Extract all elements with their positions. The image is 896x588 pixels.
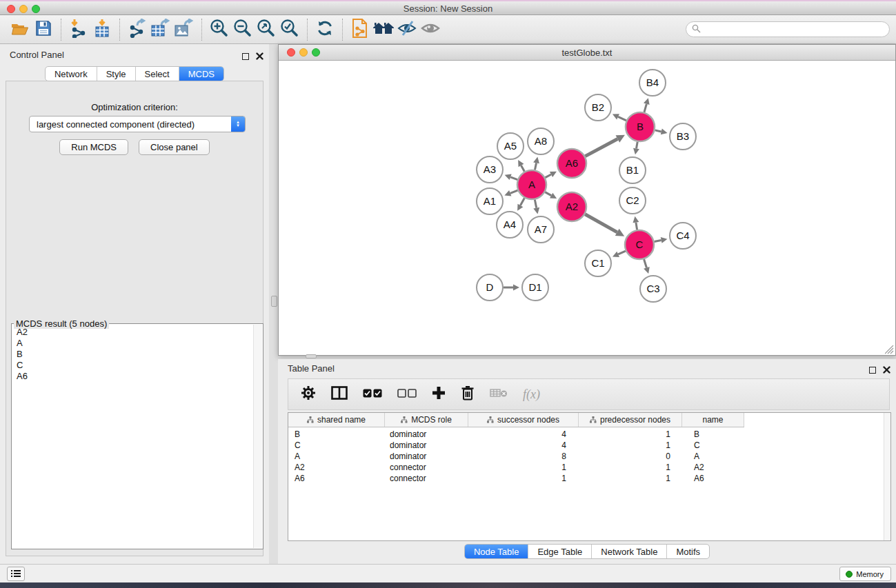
- network-window-titlebar[interactable]: testGlobe.txt: [279, 45, 895, 61]
- window-title: Session: New Session: [0, 3, 896, 14]
- export-image-icon: [174, 19, 195, 41]
- create-column-button[interactable]: [432, 386, 446, 403]
- tab-network-table[interactable]: Network Table: [592, 545, 667, 558]
- result-scrollbar[interactable]: [253, 325, 262, 548]
- table-body: Bdominator41BCdominator41CAdominator80AA…: [288, 427, 890, 484]
- select-all-columns-button[interactable]: [363, 388, 382, 401]
- float-panel-icon[interactable]: [242, 53, 249, 60]
- graph-edge-A-A4[interactable]: [520, 198, 524, 205]
- table-cell: A2: [682, 463, 744, 472]
- mcds-result-list[interactable]: A2ABCA6: [12, 327, 253, 548]
- export-table-button[interactable]: [149, 18, 172, 41]
- graph-edge-C-C1[interactable]: [618, 251, 626, 254]
- graph-edge-A6-B[interactable]: [585, 139, 617, 156]
- graph-edge-A-A8[interactable]: [535, 163, 536, 170]
- result-item[interactable]: A2: [12, 327, 253, 338]
- close-panel-icon[interactable]: [256, 50, 263, 63]
- column-type-icon: [590, 416, 597, 423]
- export-network-button[interactable]: [126, 18, 149, 41]
- tab-style[interactable]: Style: [97, 67, 136, 81]
- memory-button[interactable]: Memory: [839, 567, 891, 581]
- task-history-button[interactable]: [7, 567, 25, 581]
- close-table-panel-icon[interactable]: [883, 364, 890, 376]
- graph-edge-A-A6[interactable]: [545, 174, 551, 178]
- show-column-button[interactable]: [331, 386, 348, 403]
- network-from-file-button[interactable]: [348, 18, 372, 41]
- horizontal-split-handle[interactable]: [306, 354, 317, 358]
- zoom-in-icon: [210, 19, 229, 41]
- column-header-name[interactable]: name: [682, 413, 744, 427]
- graph-edge-B-B3[interactable]: [655, 130, 661, 132]
- resize-grip-icon[interactable]: [885, 345, 894, 354]
- table-row[interactable]: Bdominator41B: [288, 429, 890, 440]
- hide-details-button[interactable]: [395, 18, 419, 41]
- result-item[interactable]: B: [12, 349, 253, 360]
- run-mcds-button[interactable]: Run MCDS: [59, 139, 128, 155]
- refresh-view-button[interactable]: [313, 18, 337, 41]
- criterion-dropdown[interactable]: largest connected component (directed) ▲…: [29, 116, 246, 132]
- column-header-predecessor-nodes[interactable]: predecessor nodes: [579, 413, 682, 427]
- table-cell: 1: [468, 463, 579, 472]
- graph-edge-C-C2[interactable]: [636, 223, 637, 230]
- network-graph[interactable]: B4B2BB3A8A5A6A3B1AA1C2A2A4A7C4CC1DD1C3: [279, 61, 895, 355]
- memory-status-icon: [846, 571, 853, 578]
- graph-edge-B-B1[interactable]: [637, 142, 638, 149]
- graph-edge-arrowhead: [644, 267, 650, 274]
- zoom-in-button[interactable]: [208, 18, 231, 41]
- network-canvas[interactable]: B4B2BB3A8A5A6A3B1AA1C2A2A4A7C4CC1DD1C3: [279, 61, 895, 355]
- vertical-split-handle[interactable]: [271, 296, 277, 307]
- graph-edge-A2-C[interactable]: [585, 214, 617, 232]
- result-item[interactable]: A: [12, 338, 253, 349]
- float-table-panel-icon[interactable]: [869, 367, 876, 374]
- graph-node-label: C1: [591, 257, 604, 269]
- table-row[interactable]: A6connector11A6: [288, 473, 890, 484]
- houses-icon: [372, 20, 395, 39]
- graph-edge-A-A7[interactable]: [535, 200, 536, 208]
- graph-edge-arrowhead: [661, 129, 668, 135]
- zoom-fit-button[interactable]: [255, 18, 278, 41]
- graph-edge-B-B4[interactable]: [644, 104, 646, 112]
- import-network-button[interactable]: [67, 18, 90, 41]
- result-item[interactable]: C: [12, 360, 253, 371]
- table-cell: A6: [288, 474, 385, 483]
- graph-edge-B-B2[interactable]: [618, 116, 626, 120]
- delete-columns-button[interactable]: [461, 385, 475, 403]
- gallery-home-button[interactable]: [372, 18, 395, 41]
- table-row[interactable]: Cdominator41C: [288, 440, 890, 451]
- show-details-button[interactable]: [419, 18, 442, 41]
- graph-edge-C-C3[interactable]: [644, 259, 647, 267]
- tab-mcds[interactable]: MCDS: [179, 67, 223, 81]
- graph-edge-C-C4[interactable]: [655, 240, 661, 241]
- table-scrollbar[interactable]: [884, 413, 890, 540]
- table-options-button[interactable]: [301, 385, 316, 403]
- zoom-out-button[interactable]: [231, 18, 255, 41]
- close-panel-button[interactable]: Close panel: [139, 139, 210, 155]
- open-session-button[interactable]: [8, 18, 32, 41]
- tab-motifs[interactable]: Motifs: [667, 545, 709, 558]
- tab-select[interactable]: Select: [136, 67, 179, 81]
- export-image-button[interactable]: [172, 18, 196, 41]
- column-header-mcds-role[interactable]: MCDS role: [385, 413, 468, 427]
- unselect-all-columns-button[interactable]: [397, 388, 417, 401]
- column-header-successor-nodes[interactable]: successor nodes: [468, 413, 579, 427]
- toolbar-search[interactable]: [686, 21, 890, 37]
- table-row[interactable]: A2connector11A2: [288, 462, 890, 473]
- graph-edge-arrowhead: [644, 98, 650, 105]
- graph-edge-A-A3[interactable]: [510, 177, 517, 180]
- import-table-button[interactable]: [90, 18, 114, 41]
- function-builder-button[interactable]: f(x): [523, 387, 540, 402]
- column-header-shared-name[interactable]: shared name: [288, 413, 385, 427]
- tab-edge-table[interactable]: Edge Table: [528, 545, 592, 558]
- graph-edge-A-A1[interactable]: [510, 190, 518, 193]
- save-session-button[interactable]: [32, 18, 55, 41]
- zoom-selected-button[interactable]: [278, 18, 301, 41]
- result-item[interactable]: A6: [12, 371, 253, 382]
- search-input[interactable]: [704, 25, 889, 34]
- graph-edge-A-A5[interactable]: [521, 165, 524, 172]
- tab-node-table[interactable]: Node Table: [465, 545, 529, 558]
- graph-node-label: A8: [535, 135, 547, 147]
- delete-table-button[interactable]: [490, 388, 508, 401]
- graph-edge-A-A2[interactable]: [545, 192, 551, 196]
- table-row[interactable]: Adominator80A: [288, 451, 890, 462]
- tab-network[interactable]: Network: [46, 67, 97, 81]
